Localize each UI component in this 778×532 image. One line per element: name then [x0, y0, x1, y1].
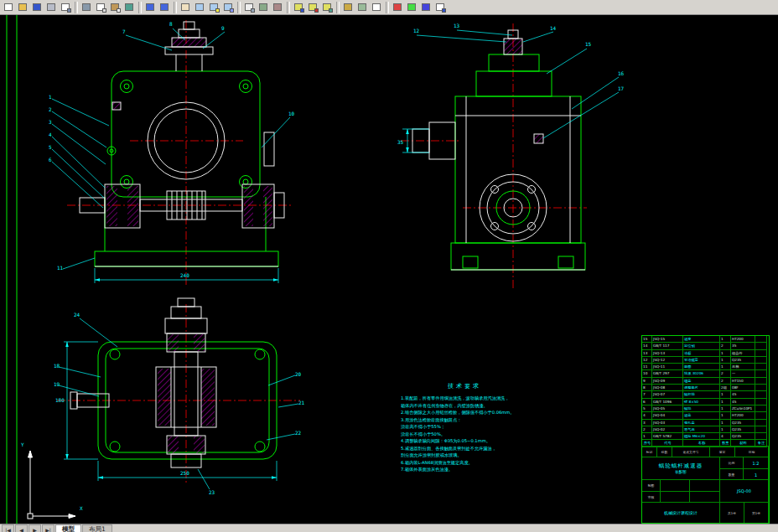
note-line: 5.减速器剖分面、各接触面及密封处不允许漏油， [401, 445, 528, 452]
osnap-icon[interactable] [391, 1, 405, 14]
zoom-window-icon[interactable] [207, 1, 221, 14]
parts-cell: Q235 [731, 357, 755, 364]
parts-cell: JSQ-03 [652, 420, 683, 426]
parts-cell: 1 [720, 420, 731, 426]
copy-icon[interactable] [94, 1, 108, 14]
parts-cell: 8 [642, 385, 652, 391]
callout-label: 19 [54, 381, 60, 387]
parts-cell: 45 [731, 399, 755, 405]
redo-icon[interactable] [158, 1, 172, 14]
distance-icon[interactable] [341, 1, 355, 14]
notes-lines: 1.装配前，所有零件用煤油清洗，滚动轴承用汽油清洗， 箱体内不许有任何杂物存在，… [401, 395, 528, 473]
plot-icon[interactable] [44, 1, 59, 14]
callout-label: 14 [550, 25, 557, 31]
tab-nav-last[interactable]: ▶| [42, 524, 54, 532]
parts-cell: JSQ-15 [652, 336, 683, 343]
title-grid: 标记 处数 更改文件号 签字 日期 蜗轮蜗杆减速器 装配图 比例 1:2 数量 … [642, 446, 769, 523]
parts-cell [755, 391, 767, 398]
parts-cell: GB/T 1096 [652, 399, 683, 405]
parts-cell: 轴承 30206 [683, 370, 720, 377]
parts-cell [755, 420, 767, 426]
ortho-icon[interactable] [419, 1, 433, 14]
parts-cell: JSQ-05 [652, 405, 683, 412]
parts-cell: 石棉 [731, 364, 755, 370]
note-line: 沿齿长不得小于50%。 [401, 431, 528, 438]
parts-cell: JSQ-07 [652, 391, 683, 398]
help-icon[interactable] [433, 1, 448, 14]
area-icon[interactable] [355, 1, 370, 14]
parts-cell: 1 [720, 357, 731, 364]
save-icon[interactable] [30, 1, 44, 14]
side-view [401, 23, 619, 288]
parts-cell: JSQ-04 [652, 412, 683, 419]
zoom-previous-icon[interactable] [221, 1, 236, 14]
tab-nav-first[interactable]: |◀ [2, 524, 14, 532]
parts-cell: 2 [720, 343, 731, 349]
parts-cell: JSQ-11 [652, 364, 683, 370]
pan-icon[interactable] [179, 1, 193, 14]
parts-cell: 1 [720, 405, 731, 412]
parts-cell: 组合件 [731, 350, 755, 357]
tab-nav-next[interactable]: ▶ [29, 524, 41, 532]
tool-palettes-icon[interactable] [271, 1, 285, 14]
grid-icon[interactable] [405, 1, 419, 14]
scale-value: 1:2 [744, 457, 769, 468]
note-line: 3.用涂色法检验齿面接触斑点： [401, 416, 528, 424]
undo-icon[interactable] [143, 1, 158, 14]
note-line: 沿齿高不得小于55%； [401, 423, 528, 431]
list-icon[interactable] [370, 1, 384, 14]
callout-label: 250 [180, 470, 189, 476]
callout-label: 5 [49, 144, 52, 150]
parts-cell [755, 350, 767, 357]
layer-properties-icon[interactable] [306, 1, 320, 14]
sheet-number: 第1张 [744, 503, 769, 523]
make-layer-current-icon[interactable] [320, 1, 335, 14]
toolbar-separator [386, 2, 389, 13]
drawing-title: 蜗轮蜗杆减速器 [659, 462, 703, 470]
properties-icon[interactable] [242, 1, 257, 14]
paste-icon[interactable] [108, 1, 122, 14]
callout-label: 9 [221, 25, 225, 31]
parts-cell: 11 [642, 364, 652, 370]
parts-cell: 端盖 [683, 378, 720, 385]
drafter-name [661, 480, 690, 491]
parts-cell: 45 [731, 391, 755, 398]
zoom-realtime-icon[interactable] [193, 1, 207, 14]
drawing-area[interactable]: 1234567891011240121314151617351819202122… [0, 15, 778, 524]
callout-label: 15 [585, 41, 592, 47]
sheet-frame [7, 15, 17, 524]
rev-label: 签字 [710, 447, 735, 457]
tab-model[interactable]: 模型 [55, 524, 81, 532]
designcenter-icon[interactable] [257, 1, 271, 14]
tab-layout1[interactable]: 布局1 [82, 524, 112, 532]
parts-cell: JSQ-09 [652, 378, 683, 385]
parts-list: 15JSQ-15箱座1HT20014GB/T 117定位销23513JSQ-13… [642, 336, 769, 447]
parts-cell: 箱盖 [683, 412, 720, 419]
parts-cell: 14 [642, 343, 652, 349]
new-file-icon[interactable] [2, 1, 16, 14]
parts-cell: 放油螺塞 [683, 357, 720, 364]
parts-cell: 1 [720, 336, 731, 343]
drafter-date [690, 480, 720, 491]
cut-icon[interactable] [80, 1, 94, 14]
checker-date [690, 492, 720, 503]
qty-value: 1 [744, 469, 769, 480]
open-file-icon[interactable] [16, 1, 30, 14]
parts-cell [755, 405, 767, 412]
toolbar-separator [336, 2, 340, 13]
parts-cell: JSQ-13 [652, 350, 683, 357]
callout-label: 7 [122, 28, 126, 34]
parts-cell [755, 378, 767, 385]
plot-preview-icon[interactable] [59, 1, 73, 14]
callout-label: 8 [169, 21, 173, 27]
parts-cell: 2 [720, 378, 731, 385]
callout-label: 23 [209, 489, 215, 495]
tab-nav-prev[interactable]: ◀ [15, 524, 28, 532]
layers-icon[interactable] [292, 1, 306, 14]
parts-cell: HT200 [731, 412, 755, 419]
parts-cell: 08F [731, 385, 755, 391]
parts-cell: 通气器 [683, 426, 720, 433]
parts-cell: GB/T 117 [652, 343, 683, 349]
parts-cell: 1 [720, 426, 731, 433]
match-properties-icon[interactable] [122, 1, 137, 14]
